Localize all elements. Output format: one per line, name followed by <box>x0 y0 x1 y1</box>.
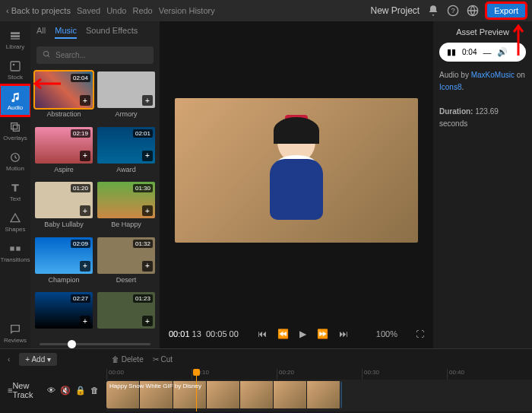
duration-badge: 02:19 <box>71 129 90 138</box>
sidebar-item-transitions[interactable]: Transitions <box>0 237 30 268</box>
sidebar-item-library[interactable]: Library <box>0 24 30 55</box>
svg-rect-8 <box>10 246 14 250</box>
bell-icon[interactable] <box>427 5 439 17</box>
playhead[interactable] <box>196 369 197 411</box>
forward-icon[interactable]: ⏩ <box>317 329 328 339</box>
skip-end-icon[interactable]: ⏭ <box>339 329 348 339</box>
sidebar-item-audio[interactable]: Audio <box>0 85 30 116</box>
duration-badge: 01:20 <box>71 184 90 192</box>
card-label: Baby Lullaby <box>35 221 93 228</box>
trash-icon[interactable]: 🗑 <box>90 386 99 396</box>
globe-icon[interactable] <box>467 5 479 17</box>
add-clip-button[interactable]: + <box>80 316 90 326</box>
card-label: Champion <box>35 276 93 284</box>
author-link[interactable]: MaxKoMusic <box>471 71 515 79</box>
card-label: Abstraction <box>35 110 93 118</box>
sidebar-item-motion[interactable]: Motion <box>0 146 30 176</box>
add-clip-button[interactable]: + <box>142 261 153 272</box>
svg-point-10 <box>43 51 48 56</box>
duration-badge: 01:30 <box>133 184 153 192</box>
audio-card[interactable]: 01:23+ <box>97 292 155 335</box>
more-icon[interactable]: ⋮ <box>514 47 522 57</box>
redo-button[interactable]: Redo <box>132 6 152 15</box>
add-clip-button[interactable]: + <box>142 316 153 326</box>
volume-icon[interactable]: 🔊 <box>497 47 508 57</box>
undo-button[interactable]: Undo <box>106 6 126 15</box>
asset-info: Audio by MaxKoMusic on Icons8. Duration:… <box>439 69 526 130</box>
time-display: 00:01 13 00:05 00 <box>169 329 239 338</box>
timeline-clip[interactable]: Happy Snow White GIF by Disney <box>106 381 342 408</box>
site-link[interactable]: Icons8 <box>439 83 461 91</box>
audio-card[interactable]: 02:27+ <box>35 292 93 335</box>
sidebar-item-stock[interactable]: Stock <box>0 55 30 85</box>
minus-icon[interactable]: — <box>483 48 491 57</box>
audio-card[interactable]: +Armory <box>97 71 155 122</box>
add-clip-button[interactable]: + <box>80 205 90 216</box>
audio-card[interactable]: 01:30+Be Happy <box>97 182 155 233</box>
audio-player[interactable]: ▮▮ 0:04 — 🔊 ⋮ <box>439 43 526 62</box>
duration-badge: 02:01 <box>133 129 153 138</box>
saved-status: Saved <box>77 6 100 15</box>
duration-badge: 02:04 <box>71 74 90 82</box>
card-label: Award <box>97 166 155 173</box>
skip-start-icon[interactable]: ⏮ <box>258 329 267 339</box>
add-clip-button[interactable]: + <box>142 151 153 161</box>
search-input[interactable] <box>55 51 152 59</box>
audio-card[interactable]: 01:32+Desert <box>97 237 155 288</box>
svg-point-4 <box>13 63 15 65</box>
svg-rect-3 <box>11 62 20 71</box>
svg-rect-9 <box>16 246 20 250</box>
add-clip-button[interactable]: + <box>142 95 153 106</box>
duration-badge: 02:09 <box>71 240 90 248</box>
cut-button[interactable]: ✂ Cut <box>153 355 173 364</box>
svg-rect-6 <box>13 125 19 131</box>
version-history[interactable]: Version History <box>159 6 215 15</box>
help-icon[interactable]: ? <box>447 5 459 17</box>
fullscreen-icon[interactable]: ⛶ <box>416 329 424 338</box>
duration-badge: 01:23 <box>133 294 153 303</box>
sidebar-item-text[interactable]: Text <box>0 176 30 207</box>
zoom-slider[interactable] <box>40 343 150 345</box>
sidebar-item-overlays[interactable]: Overlays <box>0 116 30 146</box>
svg-text:?: ? <box>451 7 455 14</box>
audio-card[interactable]: 02:09+Champion <box>35 237 93 288</box>
card-label: Desert <box>97 276 155 284</box>
ruler-mark: 00:30 <box>362 369 447 380</box>
add-clip-button[interactable]: + <box>80 95 90 106</box>
ruler-mark: 00:40 <box>447 369 532 380</box>
audio-card[interactable]: 02:04+Abstraction <box>35 71 93 122</box>
duration-badge: 02:27 <box>71 294 90 303</box>
mute-icon[interactable]: 🔇 <box>60 386 71 396</box>
sidebar-item-shapes[interactable]: Shapes <box>0 207 30 237</box>
play-icon[interactable]: ▶ <box>299 329 306 339</box>
tab-all[interactable]: All <box>36 26 46 39</box>
chevron-left-icon[interactable]: ‹ <box>8 355 10 364</box>
sidebar: Library Stock Audio Overlays Motion Text… <box>0 21 30 348</box>
zoom-level[interactable]: 100% <box>376 329 397 338</box>
add-clip-button[interactable]: + <box>80 261 90 272</box>
ruler-mark: 00:20 <box>277 369 362 380</box>
export-button[interactable]: Export <box>486 3 526 18</box>
search-icon <box>43 50 51 60</box>
delete-button[interactable]: 🗑 Delete <box>112 355 144 364</box>
sidebar-item-reviews[interactable]: Reviews <box>0 318 30 348</box>
search-box[interactable] <box>36 46 154 64</box>
back-to-projects[interactable]: ‹ Back to projects <box>6 6 71 15</box>
rewind-icon[interactable]: ⏪ <box>277 329 289 339</box>
add-clip-button[interactable]: + <box>142 205 153 216</box>
add-clip-button[interactable]: + <box>80 151 90 161</box>
track-name: New Track <box>12 381 47 399</box>
add-button[interactable]: + Add ▾ <box>19 353 57 366</box>
card-label: Aspire <box>35 166 93 173</box>
asset-preview-title: Asset Preview <box>439 27 526 37</box>
audio-card[interactable]: 01:20+Baby Lullaby <box>35 182 93 233</box>
audio-card[interactable]: 02:01+Award <box>97 127 155 178</box>
tab-music[interactable]: Music <box>55 26 77 39</box>
tab-sfx[interactable]: Sound Effects <box>86 26 138 39</box>
pause-icon[interactable]: ▮▮ <box>447 47 456 57</box>
eye-icon[interactable]: 👁 <box>47 386 55 396</box>
audio-card[interactable]: 02:19+Aspire <box>35 127 93 178</box>
ruler-mark: 00:00 <box>106 369 192 380</box>
card-label: Armory <box>97 110 155 118</box>
lock-icon[interactable]: 🔒 <box>75 386 86 396</box>
